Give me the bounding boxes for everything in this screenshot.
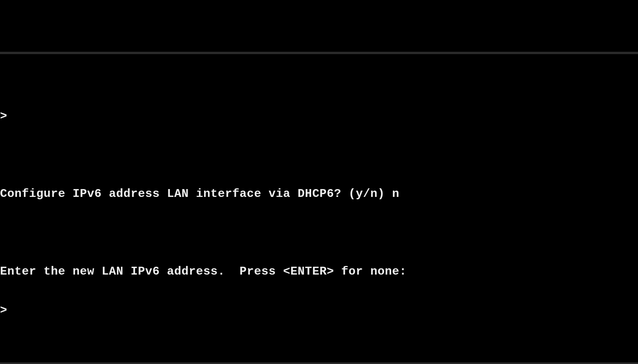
window-top-border	[0, 52, 638, 54]
terminal-line-ipv6-address-prompt: Enter the new LAN IPv6 address. Press <E…	[0, 265, 638, 278]
terminal-line-blank	[0, 343, 638, 356]
window-bottom-border	[0, 362, 638, 364]
terminal-line-ipv6-dhcp6-prompt: Configure IPv6 address LAN interface via…	[0, 187, 638, 200]
terminal-line-blank	[0, 149, 638, 162]
terminal-output[interactable]: > Configure IPv6 address LAN interface v…	[0, 80, 638, 364]
terminal-line-blank	[0, 226, 638, 239]
terminal-line-prompt: >	[0, 304, 638, 317]
terminal-line-prompt: >	[0, 110, 638, 123]
